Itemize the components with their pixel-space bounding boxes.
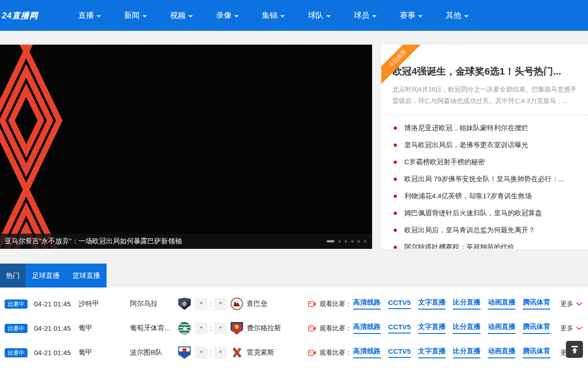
chevron-down-icon [188,15,193,17]
chevron-down-icon [96,15,101,17]
site-logo[interactable]: 24直播网 [1,10,74,21]
carousel-caption[interactable]: 亚马尔誓言"永不放弃"：一场欧冠出局如何暴露巴萨新领袖 [5,237,182,246]
away-score: * [214,322,227,334]
home-team-name[interactable]: 葡萄牙体育... [130,324,178,333]
league-name[interactable]: 葡甲 [79,324,130,333]
link-anim-live[interactable]: 动画直播 [488,322,515,334]
nav-item-live[interactable]: 直播 [78,10,124,21]
headline-item[interactable]: 皇马欧冠出局后，老佛爷更衣室训话曝光 [381,137,588,154]
more-button[interactable]: 更多 [560,324,582,333]
ribbon-corner: 今日推荐 [381,45,421,84]
home-score: * [195,347,208,359]
link-tencent-sports[interactable]: 腾讯体育 [523,322,550,334]
home-team-name[interactable]: 阿尔乌拉 [130,299,178,308]
link-score-live[interactable]: 比分直播 [453,322,481,334]
status-badge: 比赛中 [5,348,28,357]
nav-item-teams[interactable]: 球队 [308,10,354,21]
nav-item-others[interactable]: 其他 [446,10,492,21]
bullet-icon [394,229,397,232]
link-cctv5[interactable]: CCTV5 [388,299,411,309]
headline-item[interactable]: 利物浦花4.4亿英镑，却靠17岁青训生救场 [381,188,588,205]
home-score: * [195,322,208,334]
link-score-live[interactable]: 比分直播 [453,347,481,358]
nav-item-highlights[interactable]: 集锦 [262,10,308,21]
score-separator: : [210,300,212,308]
match-row: 比赛中 04-21 01:45 葡甲 葡萄牙体育... * : * 费尔格拉斯 … [0,316,588,340]
stream-links: 高清线路 CCTV5 文字直播 比分直播 动画直播 腾讯体育 [353,322,550,334]
nav-item-label: 录像 [216,10,232,21]
headline-text: 姆巴佩眉骨缝针后火速归队，皇马的欧冠算盘 [404,209,542,218]
bullet-icon [394,246,397,249]
headline-text: 皇马欧冠出局后，老佛爷更衣室训话曝光 [404,141,528,150]
main-content: 亚马尔誓言"永不放弃"：一场欧冠出局如何暴露巴萨新领袖 今日推荐 欧冠4强诞生，… [0,45,588,249]
carousel-dot[interactable] [345,240,347,243]
link-anim-live[interactable]: 动画直播 [488,298,515,310]
headline-item[interactable]: 阿尔特塔吐槽赛程：英超独苗的代价 [381,239,588,249]
match-row: 比赛中 04-21 01:45 葡甲 波尔图B队 * : * 雷克索斯 观看比赛… [0,340,588,365]
link-cctv5[interactable]: CCTV5 [388,347,411,358]
nav-item-competitions[interactable]: 赛事 [400,10,446,21]
home-team-logo-icon [178,298,191,310]
away-team-name[interactable]: 费尔格拉斯 [247,324,281,333]
carousel-dot[interactable] [338,240,341,243]
top-nav-bar: 24直播网 直播 新闻 视频 录像 集锦 球队 球员 赛事 其他 [0,0,588,31]
link-cctv5[interactable]: CCTV5 [388,323,411,334]
tab-football-live[interactable]: 足球直播 [26,264,66,288]
watch-links-group: 观看比赛： 高清线路 CCTV5 文字直播 比分直播 动画直播 腾讯体育 更多 [308,322,582,334]
carousel-caption-bar: 亚马尔誓言"永不放弃"：一场欧冠出局如何暴露巴萨新领袖 [0,234,372,249]
more-button[interactable]: 更多 [560,300,582,308]
league-name[interactable]: 葡甲 [79,348,130,357]
chevron-down-icon [464,15,469,17]
nav-item-label: 集锦 [262,10,277,21]
link-text-live[interactable]: 文字直播 [418,322,446,334]
match-time: 04-21 01:45 [34,324,79,332]
link-hd-line[interactable]: 高清线路 [353,347,381,358]
headline-item[interactable]: 欧冠出局后，皇马青训总监为何最先离开？ [381,222,588,239]
carousel-dot[interactable] [357,240,360,243]
away-team-name[interactable]: 雷克索斯 [247,348,274,357]
video-camera-icon [308,324,317,333]
nav-item-players[interactable]: 球员 [354,10,400,21]
headline-item[interactable]: 博洛尼亚进欧冠，姐妹队蒙特利尔在摆烂 [381,120,588,137]
bullet-icon [394,144,397,147]
status-badge: 比赛中 [5,324,28,333]
carousel-dot[interactable] [364,240,367,243]
back-to-top-button[interactable] [566,341,583,358]
nav-item-replay[interactable]: 录像 [216,10,262,21]
link-anim-live[interactable]: 动画直播 [488,347,515,358]
chevron-down-icon [326,15,331,17]
carousel-dot[interactable] [351,240,354,243]
tab-hot[interactable]: 热门 [0,264,26,288]
chevron-down-icon [372,15,377,17]
away-score: * [214,298,227,310]
tab-basketball-live[interactable]: 篮球直播 [66,264,107,288]
league-name[interactable]: 沙特甲 [79,299,130,308]
link-hd-line[interactable]: 高清线路 [353,322,381,334]
watch-links-group: 观看比赛： 高清线路 CCTV5 文字直播 比分直播 动画直播 腾讯体育 更多 [308,298,582,310]
link-hd-line[interactable]: 高清线路 [353,298,381,310]
headline-item[interactable]: C罗霸榜欧冠射手榜的秘密 [381,154,588,171]
score-separator: : [210,325,212,332]
link-tencent-sports[interactable]: 腾讯体育 [523,347,550,358]
headline-item[interactable]: 欧冠出局 79岁佛爷安抚全队！皇马换帅势在必行：... [381,171,588,188]
away-team-name[interactable]: 查巴垒 [247,299,267,308]
nav-item-video[interactable]: 视频 [170,10,216,21]
link-score-live[interactable]: 比分直播 [453,298,481,310]
recommend-article-excerpt: 北京时间4月16日，欧冠四分之一决赛全部结束。巴黎跟马竞携手晋级后，拜仁与阿森纳… [392,84,577,107]
home-team-name[interactable]: 波尔图B队 [130,348,178,357]
chevron-down-icon [142,15,147,17]
hero-carousel[interactable]: 亚马尔誓言"永不放弃"：一场欧冠出局如何暴露巴萨新领袖 [0,45,372,249]
link-text-live[interactable]: 文字直播 [418,298,446,310]
nav-item-news[interactable]: 新闻 [124,10,170,21]
chevron-down-icon [418,15,423,17]
dashed-divider [381,115,588,115]
video-camera-icon [308,300,317,308]
carousel-pagination [327,240,368,243]
link-tencent-sports[interactable]: 腾讯体育 [523,298,550,310]
nav-item-label: 其他 [446,10,461,21]
stream-links: 高清线路 CCTV5 文字直播 比分直播 动画直播 腾讯体育 [353,347,550,358]
headline-item[interactable]: 姆巴佩眉骨缝针后火速归队，皇马的欧冠算盘 [381,205,588,222]
link-text-live[interactable]: 文字直播 [418,347,446,358]
carousel-slide-image [0,45,372,249]
carousel-dot-active[interactable] [327,240,334,242]
